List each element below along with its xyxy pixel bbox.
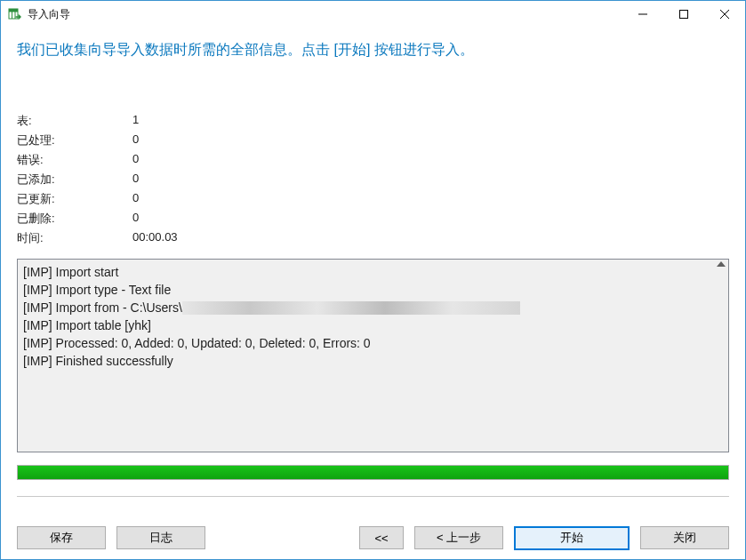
maximize-button[interactable] [663,1,704,28]
import-wizard-window: 导入向导 我们已收集向导导入数据时所需的全部信息。点击 [开始] 按钮进行导入。… [0,0,746,560]
title-bar: 导入向导 [1,1,745,28]
stats-grid: 表: 1 已处理: 0 错误: 0 已添加: 0 已更新: 0 已删除: 0 时… [17,113,729,246]
stat-added-label: 已添加: [17,172,132,188]
stat-table-value: 1 [132,113,729,129]
stat-processed-value: 0 [132,132,729,148]
stat-time-label: 时间: [17,230,132,246]
stat-table-label: 表: [17,113,132,129]
back-button[interactable]: < 上一步 [414,526,503,549]
stat-time-value: 00:00.03 [132,230,729,246]
scroll-up-icon [717,261,726,267]
log-line: [IMP] Import start [23,263,723,281]
stat-errors-value: 0 [132,152,729,168]
progress-bar [17,465,729,480]
footer-divider [17,496,729,497]
log-line-prefix: [IMP] Import from - C:\Users\ [23,300,182,315]
headline-text: 我们已收集向导导入数据时所需的全部信息。点击 [开始] 按钮进行导入。 [17,40,729,60]
window-title: 导入向导 [28,7,622,22]
save-button[interactable]: 保存 [17,526,106,549]
footer-toolbar: 保存 日志 << < 上一步 开始 关闭 [1,516,745,559]
stat-processed-label: 已处理: [17,132,132,148]
stat-updated-label: 已更新: [17,191,132,207]
log-line: [IMP] Finished successfully [23,352,723,370]
start-button[interactable]: 开始 [514,526,630,550]
stat-deleted-label: 已删除: [17,211,132,227]
app-icon [8,7,22,21]
close-button[interactable]: 关闭 [640,526,729,549]
log-button[interactable]: 日志 [116,526,205,549]
log-line: [IMP] Import type - Text file [23,281,723,299]
progress-fill [18,466,728,479]
svg-rect-4 [9,9,18,12]
minimize-button[interactable] [622,1,663,28]
log-line: [IMP] Import from - C:\Users\ [23,299,723,316]
redacted-path [182,301,520,315]
stat-errors-label: 错误: [17,152,132,168]
log-output[interactable]: [IMP] Import start [IMP] Import type - T… [17,259,729,452]
first-page-button[interactable]: << [359,526,404,549]
stat-deleted-value: 0 [132,211,729,227]
svg-rect-6 [680,11,688,19]
log-line: [IMP] Import table [yhk] [23,316,723,334]
scrollbar[interactable] [713,260,728,452]
close-window-button[interactable] [704,1,745,28]
log-line: [IMP] Processed: 0, Added: 0, Updated: 0… [23,334,723,352]
stat-updated-value: 0 [132,191,729,207]
stat-added-value: 0 [132,172,729,188]
